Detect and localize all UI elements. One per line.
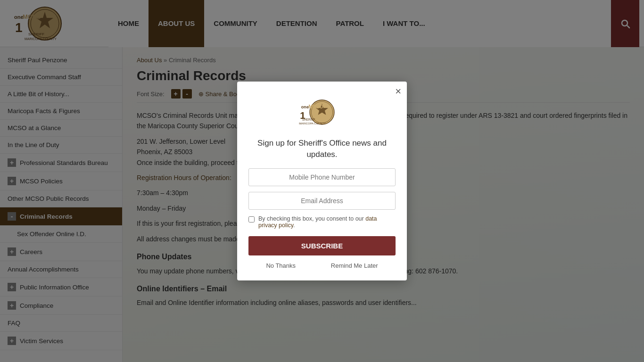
subscribe-button[interactable]: SUBSCRIBE xyxy=(248,236,396,255)
email-input[interactable] xyxy=(248,192,396,210)
consent-area: By checking this box, you consent to our… xyxy=(248,215,396,229)
svg-text:MARICOPA COUNTY: MARICOPA COUNTY xyxy=(299,122,326,125)
modal-logo: one MCSO SHERIFF MARICOPA COUNTY 1 xyxy=(291,96,353,130)
remind-later-button[interactable]: Remind Me Later xyxy=(331,262,378,269)
svg-text:MCSO: MCSO xyxy=(308,104,323,109)
svg-text:one: one xyxy=(301,105,309,109)
consent-checkbox[interactable] xyxy=(248,216,255,222)
modal-logo-svg: one MCSO SHERIFF MARICOPA COUNTY 1 xyxy=(291,96,353,129)
consent-suffix: . xyxy=(293,222,295,229)
phone-input[interactable] xyxy=(248,168,396,186)
no-thanks-button[interactable]: No Thanks xyxy=(266,262,296,269)
modal-close-button[interactable]: × xyxy=(395,86,401,97)
modal-dialog: × one MCSO SHERIFF MARICOPA COUNTY 1 Sig… xyxy=(237,82,407,281)
consent-text: By checking this box, you consent to our xyxy=(258,215,365,222)
svg-text:1: 1 xyxy=(300,110,305,121)
modal-title: Sign up for Sheriff's Office news and up… xyxy=(248,138,396,160)
modal-overlay[interactable]: × one MCSO SHERIFF MARICOPA COUNTY 1 Sig… xyxy=(0,0,644,362)
modal-footer: No Thanks Remind Me Later xyxy=(248,262,396,269)
